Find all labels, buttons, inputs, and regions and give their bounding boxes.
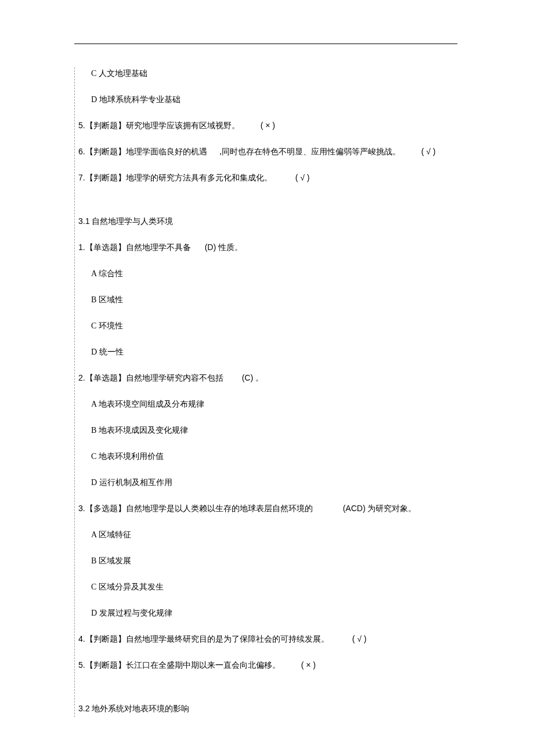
q-text: 自然地理学是以人类赖以生存的地球表层自然环境的: [126, 504, 313, 513]
section-3-1-title: 3.1 3.1 自然地理学与人类环境自然地理学与人类环境: [78, 215, 473, 227]
q-answer: (D): [205, 243, 216, 252]
spacer: [78, 685, 473, 703]
question-5: 5.【判断题】研究地理学应该拥有区域视野。( × ): [78, 120, 473, 132]
option-c: C 人文地理基础: [78, 67, 473, 79]
option-d: D 地球系统科学专业基础: [78, 93, 473, 106]
q-answer: ( √ ): [352, 634, 367, 643]
q-num: 1.: [78, 243, 85, 252]
sec-text-visible: 自然地理学与人类环境: [92, 217, 173, 226]
q-num: 6.: [78, 147, 85, 156]
section-3-2-title: 3.2 地外系统对地表环境的影响: [78, 703, 473, 715]
q-num: 7.: [78, 173, 85, 182]
sec-num: 3.2: [78, 704, 89, 713]
option-c: C 地表环境利用价值: [78, 450, 473, 462]
q-answer: ( × ): [261, 121, 275, 130]
q-tag: 【判断题】: [85, 173, 126, 182]
q-num: 5.: [78, 660, 85, 670]
option-b: B 地表环境成因及变化规律: [78, 424, 473, 436]
s31-q1: 1.【单选题】自然地理学不具备(D) 性质。: [78, 241, 473, 254]
q-num: 2.: [78, 373, 85, 382]
option-a: A 区域特征: [78, 529, 473, 541]
q-tag: 【判断题】: [85, 635, 126, 643]
q-answer: ( √ ): [421, 147, 436, 156]
q-suffix: 。: [255, 374, 264, 382]
page: C 人文地理基础 D 地球系统科学专业基础 5.【判断题】研究地理学应该拥有区域…: [0, 0, 534, 756]
q-text: 自然地理学最终研究目的是为了保障社会的可持续发展。: [126, 635, 329, 643]
q-suffix: 性质。: [218, 243, 243, 252]
sec-num: 3.1: [78, 216, 89, 226]
option-d: D 发展过程与变化规律: [78, 607, 473, 619]
q-tag: 【单选题】: [85, 374, 126, 382]
q-text: 地理学的研究方法具有多元化和集成化。: [126, 173, 272, 182]
q-text: 研究地理学应该拥有区域视野。: [126, 121, 240, 130]
q-tag: 【判断题】: [85, 121, 126, 130]
s31-q3: 3.【多选题】自然地理学是以人类赖以生存的地球表层自然环境的(ACD) 为研究对…: [78, 502, 473, 515]
option-b: B 区域性: [78, 294, 473, 306]
option-d: D 统一性: [78, 346, 473, 358]
spacer: [78, 198, 473, 215]
q-num: 3.: [78, 504, 85, 513]
q-text: 自然地理学研究内容不包括: [126, 374, 223, 382]
question-7: 7.【判断题】地理学的研究方法具有多元化和集成化。( √ ): [78, 172, 473, 184]
q-cont: ,同时也存在特色不明显、应用性偏弱等严峻挑战。: [218, 147, 400, 156]
option-a: A 地表环境空间组成及分布规律: [78, 398, 473, 410]
header-rule: [74, 44, 457, 44]
q-tag: 【判断题】: [85, 661, 126, 670]
question-6: 6.【判断题】地理学面临良好的机遇 ,同时也存在特色不明显、应用性偏弱等严峻挑战…: [78, 146, 473, 158]
q-tag: 【单选题】: [85, 243, 126, 252]
sec-text: 地外系统对地表环境的影响: [92, 704, 189, 713]
q-suffix: 为研究对象。: [366, 504, 417, 513]
q-num: 5.: [78, 121, 85, 130]
option-c: C 环境性: [78, 320, 473, 332]
q-text: 自然地理学不具备: [126, 243, 191, 252]
s31-q4: 4.【判断题】自然地理学最终研究目的是为了保障社会的可持续发展。( √ ): [78, 633, 473, 645]
q-answer: ( × ): [301, 660, 316, 670]
q-tag: 【多选题】: [85, 504, 126, 513]
option-d: D 运行机制及相互作用: [78, 476, 473, 489]
q-tag: 【判断题】: [85, 147, 126, 156]
s31-q2: 2.【单选题】自然地理学研究内容不包括(C) 。: [78, 372, 473, 384]
s31-q5: 5.【判断题】长江口在全盛期中期以来一直会向北偏移。( × ): [78, 659, 473, 671]
q-text: 地理学面临良好的机遇: [126, 147, 207, 156]
q-text: 长江口在全盛期中期以来一直会向北偏移。: [126, 661, 280, 670]
q-answer: ( √ ): [295, 173, 310, 182]
q-num: 4.: [78, 634, 85, 643]
content-area: C 人文地理基础 D 地球系统科学专业基础 5.【判断题】研究地理学应该拥有区域…: [74, 67, 473, 717]
option-c: C 区域分异及其发生: [78, 581, 473, 593]
q-answer: (ACD): [343, 504, 366, 513]
option-a: A 综合性: [78, 267, 473, 280]
option-b: B 区域发展: [78, 555, 473, 567]
q-answer: (C): [242, 373, 253, 382]
